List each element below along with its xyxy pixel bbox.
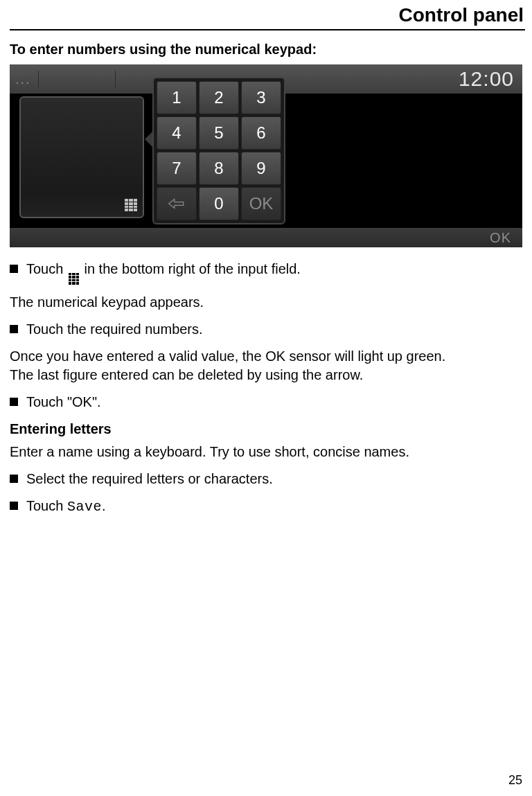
menu-dots-icon: ... xyxy=(15,71,31,87)
step-text: Touch xyxy=(26,498,67,513)
instruction-step: Touch the required numbers. xyxy=(10,320,525,339)
step-text: Touch xyxy=(26,261,67,276)
section-heading: To enter numbers using the numerical key… xyxy=(10,42,525,58)
instruction-step: Touch Save. xyxy=(10,497,525,516)
key-3[interactable]: 3 xyxy=(241,81,281,114)
clock: 12:00 xyxy=(459,67,514,91)
subsection-heading: Entering letters xyxy=(10,421,525,437)
ui-label-save: Save xyxy=(67,499,102,515)
divider xyxy=(115,71,116,87)
instruction-step: Touch in the bottom right of the input f… xyxy=(10,260,525,285)
key-ok[interactable]: OK xyxy=(241,187,281,220)
key-1[interactable]: 1 xyxy=(157,81,197,114)
keypad-grid-icon xyxy=(69,273,79,285)
key-5[interactable]: 5 xyxy=(199,116,239,150)
step-text: in the bottom right of the input field. xyxy=(80,261,301,276)
paragraph: Enter a name using a keyboard. Try to us… xyxy=(10,443,525,461)
step-text: . xyxy=(102,498,106,513)
key-0[interactable]: 0 xyxy=(199,187,239,220)
key-8[interactable]: 8 xyxy=(199,152,239,185)
key-2[interactable]: 2 xyxy=(199,81,239,114)
page-title: Control panel xyxy=(10,4,525,30)
key-backspace[interactable] xyxy=(157,187,197,220)
input-field[interactable] xyxy=(19,96,144,218)
footer-ok-label[interactable]: OK xyxy=(490,230,511,246)
key-4[interactable]: 4 xyxy=(157,116,197,150)
key-6[interactable]: 6 xyxy=(241,116,281,150)
backspace-arrow-icon xyxy=(168,197,186,211)
paragraph: Once you have entered a valid value, the… xyxy=(10,347,525,384)
key-9[interactable]: 9 xyxy=(241,152,281,185)
divider xyxy=(38,71,39,87)
panel-footer: OK xyxy=(10,228,522,247)
numeric-keypad: 1 2 3 4 5 6 7 8 9 0 OK xyxy=(152,77,285,224)
page-number: 25 xyxy=(508,773,522,788)
key-7[interactable]: 7 xyxy=(157,152,197,185)
instruction-step: Select the required letters or character… xyxy=(10,470,525,488)
paragraph: The numerical keypad appears. xyxy=(10,293,525,312)
instruction-step: Touch "OK". xyxy=(10,393,525,412)
device-panel: ... 12:00 1 2 3 4 5 6 7 8 9 xyxy=(10,64,522,247)
keypad-toggle-icon[interactable] xyxy=(125,199,137,211)
